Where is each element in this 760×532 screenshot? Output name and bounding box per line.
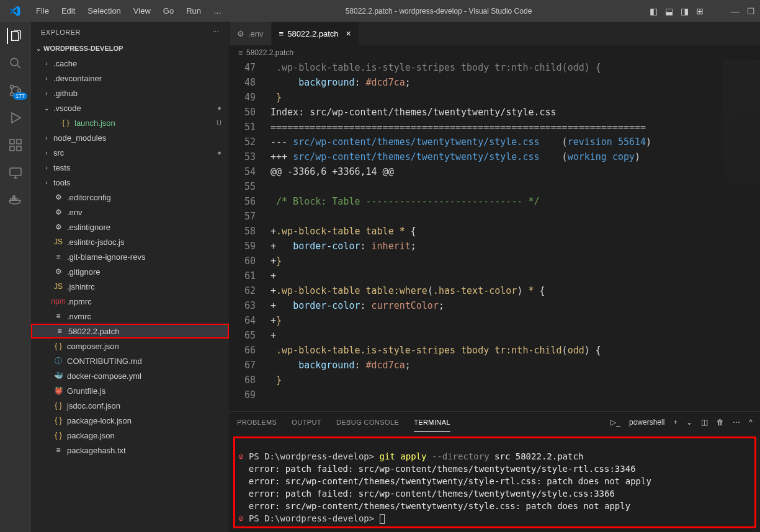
tree-item[interactable]: 🐳docker-compose.yml	[31, 368, 229, 383]
docker-icon[interactable]	[7, 192, 24, 208]
panel-more-icon[interactable]: ⋯	[733, 418, 740, 427]
scm-icon[interactable]	[7, 82, 24, 99]
panel-tab-output[interactable]: OUTPUT	[292, 414, 321, 431]
layout-right-icon[interactable]: ◨	[681, 6, 689, 16]
tree-item[interactable]: 👹Gruntfile.js	[31, 383, 229, 398]
tree-item[interactable]: ⓘCONTRIBUTING.md	[31, 353, 229, 368]
run-debug-icon[interactable]	[7, 110, 24, 126]
tab[interactable]: ≡ 58022.2.patch×	[272, 22, 359, 45]
menu-go[interactable]: Go	[157, 2, 180, 19]
terminal-shell-label[interactable]: powershell	[629, 418, 664, 427]
tree-item[interactable]: ≡.nvmrc	[31, 309, 229, 324]
file-tree: ›.cache›.devcontainer›.github⌄.vscode●{ …	[31, 55, 229, 532]
tree-item[interactable]: JS.eslintrc-jsdoc.js	[31, 234, 229, 249]
panel-actions: ▷_ powershell + ⌄ ◫ 🗑 ⋯ ^	[610, 418, 753, 427]
tree-item[interactable]: ⚙.editorconfig	[31, 190, 229, 205]
minimize-button[interactable]: —	[731, 6, 740, 16]
terminal-shell-icon[interactable]: ▷_	[610, 418, 620, 427]
svg-point-1	[11, 86, 14, 89]
panel-tab-debug-console[interactable]: DEBUG CONSOLE	[336, 414, 399, 431]
tree-item[interactable]: ›.cache	[31, 56, 229, 71]
tree-item[interactable]: ›.github	[31, 86, 229, 100]
tree-item[interactable]: ›tools	[31, 175, 229, 190]
titlebar: FileEditSelectionViewGoRun… 58022.2.patc…	[0, 0, 760, 22]
menu-selection[interactable]: Selection	[81, 2, 127, 19]
svg-point-3	[18, 89, 21, 92]
tree-item[interactable]: { }package.json	[31, 428, 229, 443]
explorer-icon[interactable]	[7, 28, 23, 44]
extensions-icon[interactable]	[7, 137, 24, 153]
svg-rect-8	[10, 168, 21, 175]
split-terminal-icon[interactable]: ◫	[701, 418, 708, 427]
menu-view[interactable]: View	[127, 2, 157, 19]
tree-item[interactable]: ›.devcontainer	[31, 71, 229, 86]
sidebar-more-icon[interactable]: ⋯	[212, 28, 220, 36]
project-header[interactable]: ⌄ WORDPRESS-DEVELOP	[31, 42, 229, 55]
tab[interactable]: ⚙ .env	[230, 22, 272, 45]
vscode-logo	[9, 5, 21, 17]
layout-bottom-icon[interactable]: ⬓	[665, 6, 673, 16]
tree-item[interactable]: ›src●	[31, 145, 229, 160]
menu-bar: FileEditSelectionViewGoRun…	[30, 2, 228, 19]
tree-item[interactable]: ›node_modules	[31, 130, 229, 145]
panel-tabs: PROBLEMSOUTPUTDEBUG CONSOLETERMINAL ▷_ p…	[230, 412, 760, 433]
menu-file[interactable]: File	[30, 2, 55, 19]
layout-grid-icon[interactable]: ⊞	[696, 6, 704, 16]
svg-point-2	[11, 93, 14, 96]
sidebar-header: EXPLORER ⋯	[31, 22, 229, 42]
file-lines-icon: ≡	[238, 48, 243, 57]
tree-item[interactable]: ›tests	[31, 160, 229, 175]
search-icon[interactable]	[7, 55, 24, 71]
tree-item[interactable]: ≡packagehash.txt	[31, 443, 229, 458]
maximize-panel-icon[interactable]: ^	[749, 418, 753, 427]
remote-icon[interactable]	[7, 164, 24, 180]
tree-item[interactable]: ≡.git-blame-ignore-revs	[31, 249, 229, 264]
panel-tab-terminal[interactable]: TERMINAL	[414, 414, 450, 432]
menu-…[interactable]: …	[207, 2, 228, 19]
menu-run[interactable]: Run	[180, 2, 207, 19]
maximize-button[interactable]: ☐	[747, 6, 755, 16]
activity-bar	[0, 22, 31, 532]
breadcrumb[interactable]: ≡ 58022.2.patch	[230, 45, 760, 60]
close-tab-icon[interactable]: ×	[346, 29, 351, 38]
tree-item[interactable]: npm.npmrc	[31, 294, 229, 309]
tab-bar: ⚙ .env≡ 58022.2.patch×	[230, 22, 760, 45]
svg-rect-7	[17, 146, 21, 151]
tree-item[interactable]: { }launch.jsonU	[31, 115, 229, 130]
tree-item[interactable]: { }package-lock.json	[31, 413, 229, 428]
minimap[interactable]	[723, 60, 760, 234]
tree-item[interactable]: { }composer.json	[31, 339, 229, 353]
tree-item[interactable]: { }jsdoc.conf.json	[31, 398, 229, 413]
menu-edit[interactable]: Edit	[55, 2, 81, 19]
svg-point-0	[11, 58, 18, 66]
layout-left-icon[interactable]: ◧	[650, 6, 658, 16]
tree-item[interactable]: ⌄.vscode●	[31, 100, 229, 115]
terminal-output[interactable]: ⊘ PS D:\wordpress-develop> git apply --d…	[230, 433, 760, 532]
panel-tab-problems[interactable]: PROBLEMS	[237, 414, 277, 431]
terminal-split-down-icon[interactable]: ⌄	[686, 418, 692, 427]
sidebar: EXPLORER ⋯ ⌄ WORDPRESS-DEVELOP ›.cache›.…	[31, 22, 230, 532]
layout-controls: ◧ ⬓ ◨ ⊞ — ☐	[650, 6, 755, 16]
line-gutter: 4748495051525354555657585960616263646566…	[230, 60, 267, 411]
tree-item[interactable]: ⚙.env	[31, 205, 229, 219]
editor-pane: ⚙ .env≡ 58022.2.patch× ≡ 58022.2.patch 4…	[230, 22, 760, 532]
svg-rect-12	[13, 196, 15, 198]
bottom-panel: PROBLEMSOUTPUTDEBUG CONSOLETERMINAL ▷_ p…	[230, 411, 760, 532]
tree-item[interactable]: ⚙.gitignore	[31, 264, 229, 279]
code-editor[interactable]: 4748495051525354555657585960616263646566…	[230, 60, 760, 411]
tree-item[interactable]: JS.jshintrc	[31, 279, 229, 294]
new-terminal-icon[interactable]: +	[673, 418, 677, 427]
tree-item[interactable]: ⚙.eslintignore	[31, 219, 229, 234]
svg-rect-4	[10, 140, 14, 144]
window-title: 58022.2.patch - wordpress-develop - Visu…	[230, 7, 647, 16]
tree-item[interactable]: ≡58022.2.patch	[31, 324, 229, 339]
svg-rect-5	[17, 140, 21, 144]
svg-rect-6	[10, 146, 14, 151]
code-content[interactable]: .wp-block-table.is-style-stripes tbody t…	[267, 60, 760, 411]
kill-terminal-icon[interactable]: 🗑	[717, 418, 724, 427]
